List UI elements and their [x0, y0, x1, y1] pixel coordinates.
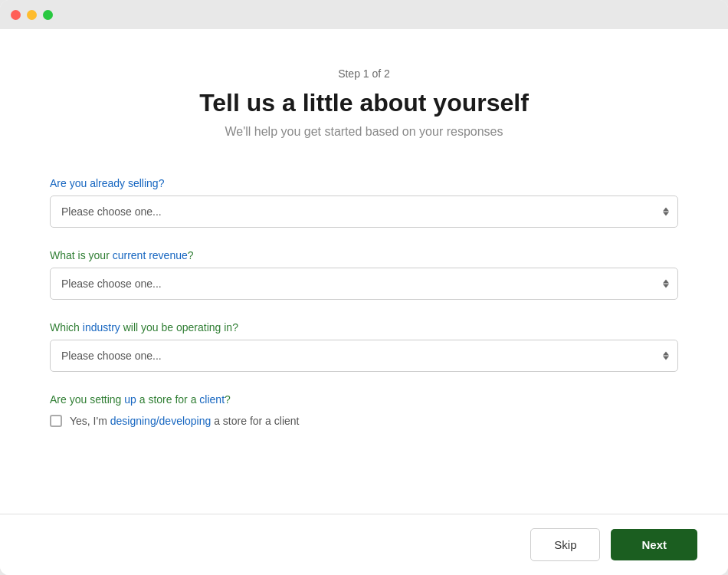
form-group-selling: Are you already selling? Please choose o…: [50, 177, 678, 228]
footer: Skip Next: [0, 514, 728, 575]
skip-button[interactable]: Skip: [530, 528, 600, 561]
label-industry-highlight: industry: [83, 321, 120, 334]
checkbox-group-client: Yes, I'm designing/developing a store fo…: [50, 415, 678, 427]
select-selling[interactable]: Please choose one... Yes, I'm already se…: [50, 196, 678, 228]
step-label: Step 1 of 2: [338, 67, 390, 80]
maximize-button[interactable]: [43, 10, 53, 20]
label-revenue-highlight: current revenue: [113, 249, 188, 261]
traffic-lights: [11, 10, 53, 20]
window: Step 1 of 2 Tell us a little about yours…: [0, 0, 728, 575]
page-title: Tell us a little about yourself: [199, 89, 529, 117]
minimize-button[interactable]: [27, 10, 37, 20]
label-client: Are you setting up a store for a client?: [50, 393, 678, 406]
select-industry[interactable]: Please choose one... Retail Fashion Elec…: [50, 340, 678, 372]
checkbox-label-highlight: designing/developing: [110, 415, 212, 427]
form-group-revenue: What is your current revenue? Please cho…: [50, 249, 678, 300]
checkbox-client[interactable]: [50, 415, 62, 427]
label-client-highlight: client: [199, 393, 225, 406]
content-area: Step 1 of 2 Tell us a little about yours…: [0, 29, 728, 575]
select-revenue[interactable]: Please choose one... $0 (just starting) …: [50, 268, 678, 300]
select-wrapper-revenue: Please choose one... $0 (just starting) …: [50, 268, 678, 300]
step-indicator: Step 1 of 2: [338, 67, 390, 80]
form-group-industry: Which industry will you be operating in?…: [50, 321, 678, 372]
label-selling: Are you already selling?: [50, 177, 678, 189]
titlebar: [0, 0, 728, 29]
page-subtitle: We'll help you get started based on your…: [225, 125, 503, 139]
label-industry: Which industry will you be operating in?: [50, 321, 678, 334]
label-revenue: What is your current revenue?: [50, 249, 678, 261]
form-container: Are you already selling? Please choose o…: [50, 177, 678, 427]
next-button[interactable]: Next: [611, 529, 697, 560]
close-button[interactable]: [11, 10, 21, 20]
form-group-client: Are you setting up a store for a client?…: [50, 393, 678, 427]
select-wrapper-selling: Please choose one... Yes, I'm already se…: [50, 196, 678, 228]
checkbox-client-label[interactable]: Yes, I'm designing/developing a store fo…: [70, 415, 299, 427]
main-area: Step 1 of 2 Tell us a little about yours…: [0, 29, 728, 514]
select-wrapper-industry: Please choose one... Retail Fashion Elec…: [50, 340, 678, 372]
label-client-up-highlight: up: [124, 393, 136, 406]
